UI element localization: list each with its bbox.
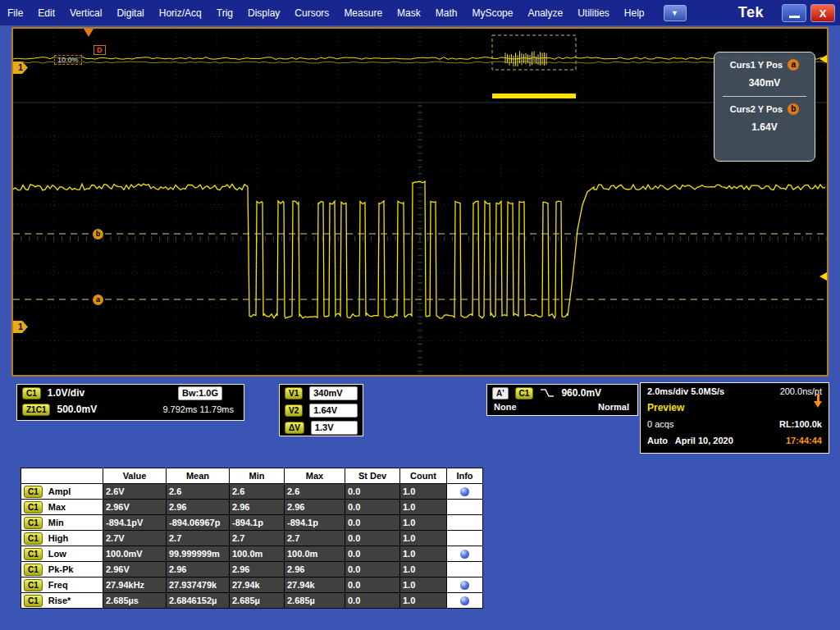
trigger-level-readout: 960.0mV [561,387,601,399]
trigger-readout-box[interactable]: A' C1 960.0mV None Normal [486,384,638,416]
zoom-scale-readout: 500.0mV [57,404,97,415]
info-icon [460,487,469,496]
preview-status: Preview [647,402,684,413]
measurement-row[interactable]: C1Low100.0mV99.999999m100.0m100.0m0.01.0 [21,546,483,562]
menu-item-math[interactable]: Math [428,1,465,25]
meas-min: 27.94k [230,578,285,593]
meas-count: 1.0 [400,515,447,531]
menu-dropdown-button[interactable]: ▼ [664,5,687,21]
menu-item-mask[interactable]: Mask [390,1,428,25]
measurement-row[interactable]: C1High2.7V2.72.72.70.01.0 [21,531,483,546]
falling-edge-icon [540,387,555,399]
timebase-readout: 2.0ms/div 5.0MS/s [647,386,724,396]
meas-min: 2.96 [230,562,285,578]
meas-info [447,562,483,578]
trigger-source-badge: C1 [515,387,534,399]
meas-count: 1.0 [400,531,447,546]
menu-bar: FileEditVerticalDigitalHoriz/AcqTrigDisp… [0,0,840,25]
z1c1-badge[interactable]: Z1C1 [22,404,50,416]
c1-badge: C1 [24,486,43,498]
close-button[interactable]: X [810,4,835,22]
menu-item-digital[interactable]: Digital [109,1,151,25]
meas-max: 2.685µ [285,593,345,609]
cursor-a-tag[interactable]: a [93,294,103,305]
info-icon [460,550,469,559]
waveform-display[interactable]: 10.0% D 1 1 b a Curs1 Y Pos a 340mV Curs… [11,27,829,377]
measurement-label: C1Pk-Pk [21,562,103,578]
menu-items: FileEditVerticalDigitalHoriz/AcqTrigDisp… [0,1,652,25]
delta-v-value: 1.3V [311,421,358,435]
measurement-row[interactable]: C1Rise*2.685µs2.6846152µ2.685µ2.685µ0.01… [21,593,483,609]
acquisition-readout-box[interactable]: 2.0ms/div 5.0MS/s 200.0ns/pt Preview 0 a… [640,382,829,454]
cursor-readout-panel[interactable]: Curs1 Y Pos a 340mV Curs2 Y Pos b 1.64V [714,52,815,162]
c1-badge: C1 [24,532,43,545]
cursor-b-tag[interactable]: b [93,229,103,240]
tekscope-window: FileEditVerticalDigitalHoriz/AcqTrigDisp… [0,0,840,630]
c1-badge: C1 [24,579,43,591]
info-icon [460,596,469,605]
menu-item-analyze[interactable]: Analyze [520,1,570,25]
acq-count: 0 acqs [647,419,673,429]
c1-badge: C1 [24,595,43,607]
meas-value: 2.685µs [103,593,167,609]
meas-mean: 2.6 [167,484,230,500]
meas-count: 1.0 [400,593,447,609]
minimize-button[interactable] [782,4,806,22]
menu-item-help[interactable]: Help [617,1,652,25]
col-header: Min [230,468,285,484]
menu-item-vertical[interactable]: Vertical [62,1,109,25]
curs1-value: 340mV [714,77,815,89]
trigger-level-arrow-icon[interactable] [819,272,827,281]
c1-badge: C1 [24,501,43,514]
meas-count: 1.0 [400,546,447,562]
overview-level-arrow-icon [819,55,827,63]
meas-mean: 2.96 [167,562,230,578]
measurement-row[interactable]: C1Freq27.94kHz27.937479k27.94k27.94k0.01… [21,578,483,593]
col-header: Mean [167,468,230,484]
menu-item-display[interactable]: Display [240,1,287,25]
meas-info [447,484,483,500]
meas-value: 100.0mV [103,546,167,562]
cursor-values-box[interactable]: V1 340mV V2 1.64V ΔV 1.3V [279,384,363,436]
meas-mean: 2.96 [167,500,230,515]
divider [723,96,806,97]
menu-item-measure[interactable]: Measure [336,1,390,25]
expand-arrow-icon[interactable] [814,394,822,408]
meas-info [447,593,483,609]
menu-item-horizacq[interactable]: Horiz/Acq [152,1,209,25]
meas-mean: 99.999999m [167,546,230,562]
trigger-a-badge: A' [492,387,509,399]
measurement-label: C1Ampl [21,484,103,500]
col-header: Value [103,468,167,484]
meas-max: 27.94k [285,578,345,593]
measurement-row[interactable]: C1Max2.96V2.962.962.960.01.0 [21,500,483,515]
c1-badge[interactable]: C1 [22,387,41,399]
meas-min: -894.1p [230,515,285,531]
curs1-badge-icon: a [788,59,799,71]
trigger-position-icon[interactable] [84,29,94,37]
menu-item-file[interactable]: File [0,1,30,25]
meas-stdev: 0.0 [345,593,400,609]
measurement-row[interactable]: C1Ampl2.6V2.62.62.60.01.0 [21,484,483,500]
meas-min: 100.0m [230,546,285,562]
measurement-row[interactable]: C1Min-894.1pV-894.06967p-894.1p-894.1p0.… [21,515,483,531]
record-length-readout: RL:100.0k [779,419,822,429]
measurement-label: C1Max [21,500,103,515]
meas-max: 2.7 [285,531,345,546]
col-header: Max [285,468,345,484]
v1-badge: V1 [285,387,303,399]
measurement-label: C1Freq [21,578,103,593]
meas-mean: 2.6846152µ [167,593,230,609]
menu-item-trig[interactable]: Trig [209,1,240,25]
menu-item-myscope[interactable]: MyScope [464,1,520,25]
channel1-readout-box[interactable]: C1 1.0V/div Bw:1.0G Z1C1 500.0mV 9.792ms… [16,384,244,421]
measurement-row[interactable]: C1Pk-Pk2.96V2.962.962.960.01.0 [21,562,483,578]
waveform-svg [13,29,827,375]
trigger-type-normal: Normal [598,402,629,412]
meas-count: 1.0 [400,484,447,500]
info-icon [460,581,469,590]
menu-item-cursors[interactable]: Cursors [287,1,336,25]
menu-item-edit[interactable]: Edit [30,1,62,25]
v1-value: 340mV [309,386,358,400]
menu-item-utilities[interactable]: Utilities [570,1,617,25]
